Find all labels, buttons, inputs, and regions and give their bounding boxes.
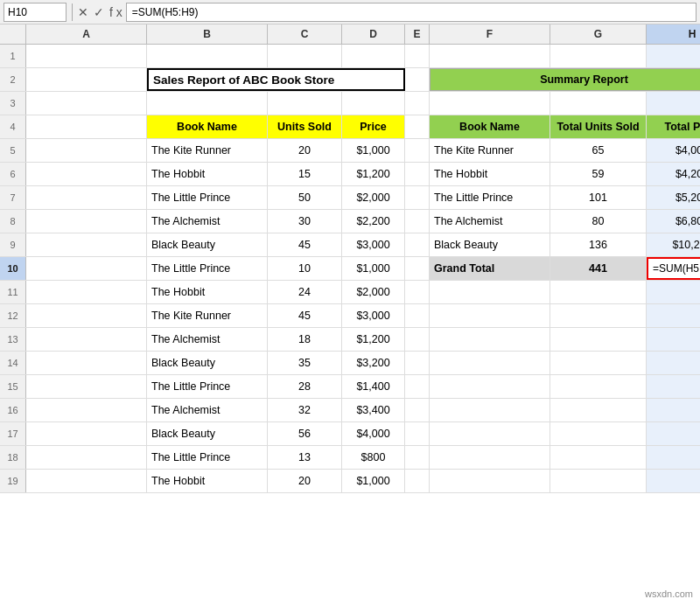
cell-g10-grand-total-val[interactable]: 441 [550,257,647,280]
cell-f3[interactable] [430,92,550,115]
cell-a15[interactable] [26,375,147,398]
cell-c18[interactable]: 13 [268,446,342,469]
cell-f18[interactable] [430,446,550,469]
cell-e2[interactable] [405,68,430,91]
cell-h13[interactable] [647,328,700,351]
formula-input[interactable]: =SUM(H5:H9) [126,3,696,22]
cell-b4-header[interactable]: Book Name [147,115,268,138]
cell-e4[interactable] [405,115,430,138]
cell-g13[interactable] [550,328,647,351]
cell-c14[interactable]: 35 [268,352,342,374]
cell-e7[interactable] [405,186,430,209]
cell-g4-header[interactable]: Total Units Sold [550,115,647,138]
cell-a2[interactable] [26,68,147,91]
cell-c12[interactable]: 45 [268,304,342,327]
cell-e3[interactable] [405,92,430,115]
cell-a12[interactable] [26,304,147,327]
cell-a19[interactable] [26,470,147,492]
cell-c5[interactable]: 20 [268,139,342,162]
cell-d5[interactable]: $1,000 [342,139,405,162]
cell-d3[interactable] [342,92,405,115]
cell-c15[interactable]: 28 [268,375,342,398]
cell-f16[interactable] [430,399,550,421]
cell-f5[interactable]: The Kite Runner [430,139,550,162]
cell-a10[interactable] [26,257,147,280]
cell-b6[interactable]: The Hobbit [147,163,268,185]
cell-h14[interactable] [647,352,700,374]
cell-e16[interactable] [405,399,430,421]
cell-g1[interactable] [550,45,647,67]
cell-e11[interactable] [405,281,430,303]
cell-c13[interactable]: 18 [268,328,342,351]
cancel-icon[interactable]: ✕ [78,5,88,19]
cell-a3[interactable] [26,92,147,115]
col-header-h[interactable]: H [647,24,700,44]
cell-c8[interactable]: 30 [268,210,342,233]
col-header-a[interactable]: A [26,24,147,44]
cell-b5[interactable]: The Kite Runner [147,139,268,162]
cell-c11[interactable]: 24 [268,281,342,303]
cell-h5[interactable]: $4,000 [647,139,700,162]
col-header-f[interactable]: F [430,24,550,44]
cell-b18[interactable]: The Little Prince [147,446,268,469]
cell-f15[interactable] [430,375,550,398]
cell-g15[interactable] [550,375,647,398]
cell-g17[interactable] [550,422,647,445]
cell-g8[interactable]: 80 [550,210,647,233]
cell-c9[interactable]: 45 [268,233,342,256]
cell-d13[interactable]: $1,200 [342,328,405,351]
cell-h8[interactable]: $6,800 [647,210,700,233]
cell-a9[interactable] [26,233,147,256]
cell-f4-header[interactable]: Book Name [430,115,550,138]
cell-d7[interactable]: $2,000 [342,186,405,209]
cell-e15[interactable] [405,375,430,398]
cell-a8[interactable] [26,210,147,233]
cell-e18[interactable] [405,446,430,469]
cell-h16[interactable] [647,399,700,421]
cell-h10-formula[interactable]: =SUM(H5:H9) [647,257,700,280]
cell-b15[interactable]: The Little Prince [147,375,268,398]
cell-d4-header[interactable]: Price [342,115,405,138]
cell-d17[interactable]: $4,000 [342,422,405,445]
cell-e13[interactable] [405,328,430,351]
cell-b13[interactable]: The Alchemist [147,328,268,351]
cell-h17[interactable] [647,422,700,445]
cell-d19[interactable]: $1,000 [342,470,405,492]
cell-d10[interactable]: $1,000 [342,257,405,280]
cell-d14[interactable]: $3,200 [342,352,405,374]
cell-c19[interactable]: 20 [268,470,342,492]
cell-f14[interactable] [430,352,550,374]
cell-e6[interactable] [405,163,430,185]
cell-c16[interactable]: 32 [268,399,342,421]
cell-h4-header[interactable]: Total Price [647,115,700,138]
cell-h18[interactable] [647,446,700,469]
cell-b8[interactable]: The Alchemist [147,210,268,233]
cell-a14[interactable] [26,352,147,374]
cell-h9[interactable]: $10,200 [647,233,700,256]
cell-a7[interactable] [26,186,147,209]
cell-h7[interactable]: $5,200 [647,186,700,209]
cell-g14[interactable] [550,352,647,374]
cell-f12[interactable] [430,304,550,327]
cell-b3[interactable] [147,92,268,115]
cell-c1[interactable] [268,45,342,67]
cell-e12[interactable] [405,304,430,327]
cell-c7[interactable]: 50 [268,186,342,209]
function-icon[interactable]: f x [109,5,122,19]
col-header-c[interactable]: C [268,24,342,44]
cell-h12[interactable] [647,304,700,327]
cell-reference-box[interactable]: H10 [4,3,66,22]
cell-c4-header[interactable]: Units Sold [268,115,342,138]
cell-h6[interactable]: $4,200 [647,163,700,185]
cell-h3[interactable] [647,92,700,115]
cell-a5[interactable] [26,139,147,162]
cell-g9[interactable]: 136 [550,233,647,256]
cell-b11[interactable]: The Hobbit [147,281,268,303]
cell-g7[interactable]: 101 [550,186,647,209]
cell-f19[interactable] [430,470,550,492]
cell-h19[interactable] [647,470,700,492]
cell-e19[interactable] [405,470,430,492]
cell-a13[interactable] [26,328,147,351]
cell-f8[interactable]: The Alchemist [430,210,550,233]
cell-d18[interactable]: $800 [342,446,405,469]
